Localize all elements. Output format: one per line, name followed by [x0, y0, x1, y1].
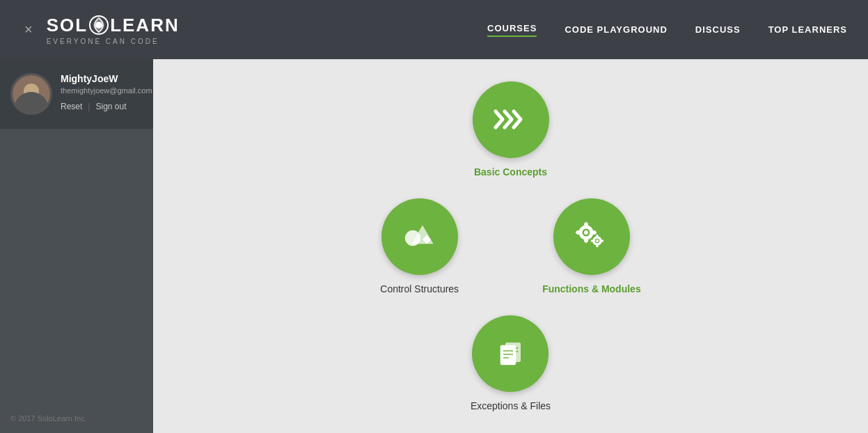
course-item-basic-concepts[interactable]: Basic Concepts — [473, 81, 549, 178]
chevrons-icon — [491, 100, 530, 139]
nav-courses[interactable]: COURSES — [487, 23, 537, 37]
close-button[interactable]: × — [21, 18, 36, 41]
logo-icon — [89, 15, 109, 35]
nav-code-playground[interactable]: CODE PLAYGROUND — [565, 24, 667, 35]
course-item-control-structures[interactable]: Control Structures — [380, 198, 459, 294]
sidebar: MightyJoeW themightyjoew@gmail.com Reset… — [0, 59, 153, 433]
user-name: MightyJoeW — [61, 73, 152, 84]
logo-text: SOL LEARN EVERYONE CAN CODE — [47, 15, 180, 45]
main-content: Basic Concepts — [153, 59, 868, 433]
course-row-2: Control Structures — [380, 198, 640, 294]
avatar-image — [13, 75, 50, 113]
course-row-1: Basic Concepts — [473, 81, 549, 178]
shapes-icon — [400, 217, 439, 255]
control-structures-circle — [381, 198, 458, 275]
exceptions-files-label: Exceptions & Files — [471, 400, 551, 411]
svg-rect-19 — [591, 240, 594, 242]
course-item-exceptions-files[interactable]: Exceptions & Files — [471, 315, 551, 411]
user-info: MightyJoeW themightyjoew@gmail.com Reset… — [61, 73, 152, 111]
svg-rect-20 — [601, 240, 603, 242]
basic-concepts-circle — [473, 81, 549, 158]
reset-link[interactable]: Reset — [61, 102, 82, 111]
exceptions-files-circle — [472, 315, 549, 392]
course-row-3: Exceptions & Files — [471, 315, 551, 411]
sidebar-footer: © 2017 SoloLearn Inc. — [0, 404, 153, 433]
svg-rect-18 — [597, 244, 599, 247]
files-icon — [491, 334, 530, 372]
control-structures-label: Control Structures — [380, 283, 459, 294]
user-actions: Reset | Sign out — [61, 102, 152, 111]
basic-concepts-label: Basic Concepts — [474, 166, 547, 178]
logo-area: × SOL LEARN EVERYONE CAN CODE — [21, 15, 180, 45]
course-grid: Basic Concepts — [153, 59, 868, 433]
nav-links: COURSES CODE PLAYGROUND DISCUSS TOP LEAR… — [487, 23, 847, 37]
svg-rect-17 — [597, 235, 599, 237]
user-email: themightyjoew@gmail.com — [61, 86, 152, 95]
course-item-functions-modules[interactable]: Functions & Modules — [542, 198, 641, 294]
nav-top-learners[interactable]: TOP LEARNERS — [768, 24, 847, 35]
svg-point-16 — [596, 239, 599, 242]
functions-modules-label: Functions & Modules — [542, 283, 641, 294]
functions-modules-circle — [553, 198, 630, 275]
main-layout: MightyJoeW themightyjoew@gmail.com Reset… — [0, 59, 868, 433]
nav-discuss[interactable]: DISCUSS — [695, 24, 741, 35]
user-panel: MightyJoeW themightyjoew@gmail.com Reset… — [0, 59, 153, 129]
signout-link[interactable]: Sign out — [95, 102, 126, 111]
svg-point-6 — [584, 230, 588, 235]
avatar — [10, 73, 52, 115]
gears-icon — [572, 217, 610, 255]
separator: | — [88, 102, 90, 111]
logo-name: SOL LEARN — [47, 15, 180, 36]
logo-tagline: EVERYONE CAN CODE — [47, 38, 180, 45]
header: × SOL LEARN EVERYONE CAN CODE COURSES CO… — [0, 0, 868, 59]
svg-point-1 — [95, 22, 102, 29]
